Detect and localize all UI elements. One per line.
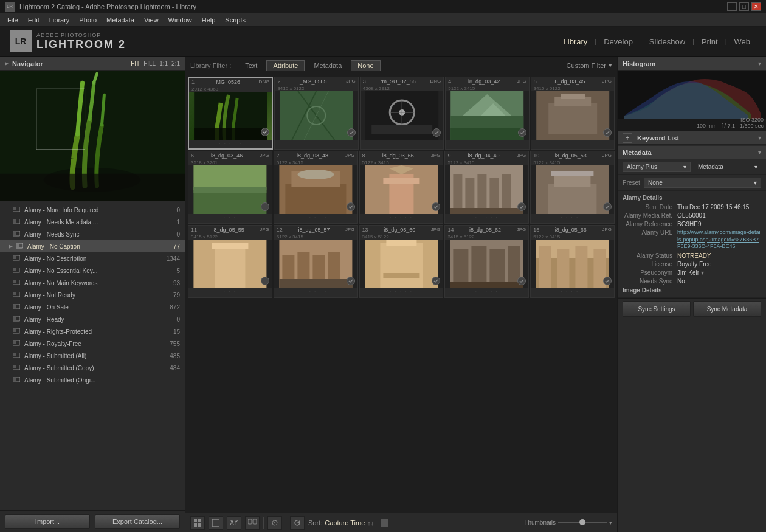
grid-cell-15[interactable]: 15 i8_dg_05_66 JPG 5122 x 3415 xyxy=(530,225,615,298)
custom-filter-dropdown[interactable]: Custom Filter ▾ xyxy=(567,61,612,69)
preset-label: Preset xyxy=(623,179,640,186)
collection-item[interactable]: Alamy - Royalty-Free 755 xyxy=(0,337,185,350)
zoom-1-1[interactable]: 1:1 xyxy=(159,60,168,67)
filter-text-btn[interactable]: Text xyxy=(238,60,264,71)
grid-cell-6[interactable]: 6 i8_dg_03_46 JPG 3518 x 3201 · · · · · xyxy=(188,151,272,224)
alamy-url-label: Alamy URL xyxy=(623,229,677,236)
collection-count: 79 xyxy=(165,292,180,299)
svg-rect-46 xyxy=(371,125,432,134)
collection-item[interactable]: Alamy - Submitted (Copy) 484 xyxy=(0,362,185,374)
menu-file[interactable]: File xyxy=(2,15,23,25)
module-web[interactable]: Web xyxy=(728,35,757,49)
license-value: Royalty Free xyxy=(677,261,761,268)
collection-item[interactable]: Alamy - Submitted (Origi... xyxy=(0,374,185,386)
histogram-info: ISO 3200 100 mm f / 7.1 1/500 sec xyxy=(697,117,764,129)
collection-label: Alamy - No Description xyxy=(24,255,165,262)
grid-cell-12[interactable]: 12 i8_dg_05_57 JPG 5122 x 3415 xyxy=(274,225,358,298)
slider-handle[interactable] xyxy=(579,519,585,525)
pseudonym-value: Jim Keir ▾ xyxy=(677,269,761,276)
module-library[interactable]: Library xyxy=(557,35,594,49)
preset-arrow: ▾ xyxy=(754,179,757,186)
menu-scripts[interactable]: Scripts xyxy=(220,15,250,25)
grid-cell-7[interactable]: 7 i8_dg_03_48 JPG 5122 x 3415 · · · · xyxy=(274,151,358,224)
sort-order-icon[interactable]: ↑↓ xyxy=(367,519,374,527)
preset-dropdown[interactable]: None ▾ xyxy=(644,178,761,188)
export-catalog-button[interactable]: Export Catalog... xyxy=(95,514,180,529)
minimize-button[interactable]: — xyxy=(727,2,737,11)
grid-cell-4[interactable]: 4 i8_dg_03_42 JPG 5122 x 3415 xyxy=(445,77,529,150)
grid-cell-1[interactable]: 1 _MG_0526 DNG 2912 x 4368 xyxy=(188,77,273,150)
cell-info: 2 _MG_0585 JPG xyxy=(275,77,357,86)
alamy-url-value[interactable]: http://www.alamy.com/image-details-popup… xyxy=(677,229,761,250)
sync-settings-button[interactable]: Sync Settings xyxy=(623,301,691,317)
menu-window[interactable]: Window xyxy=(164,15,197,25)
svg-rect-23 xyxy=(13,317,16,320)
sent-date-row: Sent Date Thu Dec 17 2009 15:46:15 xyxy=(623,204,761,210)
zoom-fill[interactable]: FILL xyxy=(143,60,156,67)
menu-edit[interactable]: Edit xyxy=(23,15,44,25)
module-print[interactable]: Print xyxy=(695,35,724,49)
grid-cell-3[interactable]: 3 rm_SU_02_56 DNG 4368 x 2912 xyxy=(360,77,444,150)
loupe-view-btn[interactable] xyxy=(209,516,223,530)
menu-library[interactable]: Library xyxy=(44,15,75,25)
collection-count: 755 xyxy=(165,340,180,347)
zoom-fit[interactable]: FIT xyxy=(131,60,140,67)
grid-cell-8[interactable]: 8 i8_dg_03_66 JPG 5122 x 3415 · · · · xyxy=(359,151,444,224)
import-button[interactable]: Import... xyxy=(5,514,90,529)
sync-metadata-button[interactable]: Sync Metadata xyxy=(693,301,761,317)
grid-cell-9[interactable]: 9 i8_dg_04_40 JPG 5122 x 3415 xyxy=(444,151,529,224)
grid-cell-14[interactable]: 14 i8_dg_05_62 JPG 3415 x 5122 xyxy=(444,225,529,298)
menu-metadata[interactable]: Metadata xyxy=(102,15,139,25)
maximize-button[interactable]: □ xyxy=(739,2,749,11)
collection-count: 485 xyxy=(165,353,180,359)
close-button[interactable]: ✕ xyxy=(751,2,761,11)
collection-item[interactable]: Alamy - No Description 1344 xyxy=(0,252,185,264)
collection-item[interactable]: Alamy - No Essential Key... 5 xyxy=(0,264,185,277)
thumbnails-arrow[interactable]: ▾ xyxy=(609,520,612,526)
rotate-btn[interactable] xyxy=(290,516,305,530)
platform-dropdown[interactable]: Alamy Plus ▾ xyxy=(623,162,691,172)
pseudonym-edit[interactable]: ▾ xyxy=(701,269,704,276)
module-slideshow[interactable]: Slideshow xyxy=(643,35,691,49)
grid-cell-11[interactable]: 11 i8_dg_05_55 JPG 3415 x 5122 · · · · · xyxy=(188,225,272,298)
svg-rect-98 xyxy=(539,246,551,288)
thumbnails-area: Thumbnails ▾ xyxy=(524,519,612,526)
grid-cell-5[interactable]: 5 i8_dg_03_45 JPG 3415 x 5122 · · · · xyxy=(531,77,615,150)
svg-rect-2 xyxy=(0,174,185,201)
menu-photo[interactable]: Photo xyxy=(74,15,102,25)
filter-metadata-btn[interactable]: Metadata xyxy=(307,60,348,71)
zoom-2-1[interactable]: 2:1 xyxy=(171,60,180,67)
filter-none-btn[interactable]: None xyxy=(351,60,380,71)
spray-btn[interactable] xyxy=(267,516,282,530)
grid-cell-2[interactable]: 2 _MG_0585 JPG 3415 x 5122 xyxy=(274,77,358,150)
collection-item[interactable]: Alamy - Not Ready 79 xyxy=(0,289,185,301)
collection-item[interactable]: Alamy - No Main Keywords 93 xyxy=(0,277,185,289)
collection-item[interactable]: Alamy - Needs Metadata ... 1 xyxy=(0,216,185,228)
grid-view-btn[interactable] xyxy=(190,516,205,530)
collection-item[interactable]: Alamy - Needs Sync 0 xyxy=(0,228,185,240)
filter-attribute-btn[interactable]: Attribute xyxy=(266,60,305,71)
svg-rect-27 xyxy=(13,341,16,344)
add-keyword-button[interactable]: + xyxy=(623,133,632,143)
collection-item[interactable]: Alamy - Ready 0 xyxy=(0,313,185,325)
thumbnail-size-slider[interactable] xyxy=(558,522,607,523)
alamy-details-label: Alamy Details xyxy=(623,195,761,201)
collection-item[interactable]: Alamy - Rights-Protected 15 xyxy=(0,325,185,337)
needs-sync-label: Needs Sync xyxy=(623,278,677,285)
collection-item-selected[interactable]: ▶ Alamy - No Caption 77 xyxy=(0,240,185,252)
menu-help[interactable]: Help xyxy=(197,15,221,25)
menu-view[interactable]: View xyxy=(139,15,164,25)
grid-cell-10[interactable]: 10 i8_dg_05_53 JPG 5122 x 3415 · · · xyxy=(530,151,615,224)
svg-rect-85 xyxy=(279,279,352,288)
collection-item[interactable]: Alamy - Submitted (All) 485 xyxy=(0,350,185,362)
collection-item[interactable]: Alamy - More Info Required 0 xyxy=(0,204,185,216)
grid-cell-13[interactable]: 13 i8_dg_05_60 JPG 3415 x 5122 · · · xyxy=(359,225,444,298)
collection-label: Alamy - Needs Metadata ... xyxy=(24,219,165,226)
compare-view-btn[interactable]: XY xyxy=(227,516,241,530)
shutter-info: 1/500 sec xyxy=(740,123,764,129)
collection-item[interactable]: Alamy - On Sale 872 xyxy=(0,301,185,313)
collection-count: 93 xyxy=(165,280,180,286)
module-develop[interactable]: Develop xyxy=(598,35,639,49)
sort-value[interactable]: Capture Time xyxy=(325,519,365,527)
survey-view-btn[interactable] xyxy=(245,516,260,530)
